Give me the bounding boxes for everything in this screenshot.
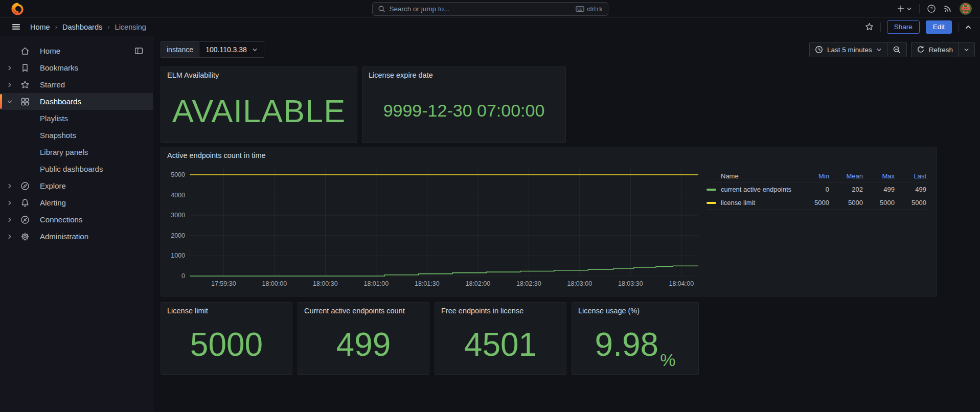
star-icon [20, 80, 30, 90]
legend-col-name[interactable]: Name [706, 172, 801, 180]
x-axis-tick: 18:00:30 [313, 280, 338, 287]
star-dashboard-button[interactable] [864, 22, 874, 32]
sidebar-item-snapshots[interactable]: Snapshots [0, 127, 153, 144]
sidebar-item-administration[interactable]: Administration [0, 228, 153, 245]
legend-value: 5000 [829, 199, 863, 207]
refresh-interval-dropdown[interactable] [958, 42, 974, 57]
chevron-down-icon [964, 47, 969, 53]
edit-button[interactable]: Edit [926, 20, 952, 34]
sidebar-item-dashboards[interactable]: Dashboards [0, 93, 153, 110]
sidebar-item-label: Dashboards [40, 97, 153, 106]
panel-current-active-endpoints: Current active endpoints count 499 [298, 302, 429, 375]
grafana-flame-icon [11, 2, 25, 16]
divider [880, 22, 881, 32]
chevron-right-icon[interactable] [7, 234, 13, 240]
chevron-right-icon[interactable] [7, 200, 13, 206]
time-controls: Last 5 minutes [809, 42, 907, 57]
breadcrumb-home[interactable]: Home [30, 23, 50, 31]
help-button[interactable]: ? [927, 4, 936, 13]
breadcrumb: Home › Dashboards › Licensing [30, 23, 146, 31]
global-search[interactable]: ctrl+k [372, 2, 608, 16]
panel-title[interactable]: License limit [161, 303, 292, 315]
chevron-right-icon[interactable] [7, 217, 13, 223]
panel-title[interactable]: Active endpoints count in time [161, 147, 937, 159]
sidebar-item-playlists[interactable]: Playlists [0, 110, 153, 127]
chevron-down-icon [876, 47, 882, 53]
collapse-toolbar-button[interactable] [965, 24, 972, 31]
dashboard-grid: ELM Availability AVAILABLE License expir… [161, 66, 938, 375]
panel-title[interactable]: Free endpoints in license [435, 303, 566, 315]
y-axis-tick: 5000 [171, 171, 185, 178]
legend-series-toggle[interactable]: current active endpoints [706, 186, 801, 193]
variable-label: instance [161, 41, 199, 58]
menu-toggle-button[interactable] [11, 22, 21, 32]
sidebar-item-label: Explore [40, 181, 153, 190]
series-color-dash [706, 202, 716, 204]
legend-row-license-limit: license limit5000500050005000 [706, 196, 929, 210]
panel-title[interactable]: ELM Availability [161, 67, 357, 79]
panel-active-endpoints-chart: Active endpoints count in time 010002000… [161, 147, 937, 296]
sidebar-item-starred[interactable]: Starred [0, 76, 153, 93]
bell-icon [20, 198, 30, 208]
legend-col[interactable]: Mean [829, 172, 863, 180]
variable-value-dropdown[interactable]: 100.110.3.38 [199, 41, 264, 58]
legend-value: 5000 [801, 199, 829, 207]
panel-title[interactable]: Current active endpoints count [298, 303, 429, 315]
sidebar-item-label: Connections [40, 215, 153, 224]
chevron-right-icon[interactable] [7, 82, 13, 88]
sidebar-item-alerting[interactable]: Alerting [0, 194, 153, 211]
time-range-picker[interactable]: Last 5 minutes [810, 42, 887, 57]
sidebar-item-public-dashboards[interactable]: Public dashboards [0, 161, 153, 177]
sidebar-item-home[interactable]: Home [0, 42, 153, 59]
top-bar: ctrl+k ? [0, 0, 980, 18]
new-button[interactable] [897, 5, 912, 13]
elm-availability-value: AVAILABLE [161, 79, 357, 142]
panel-license-usage: License usage (%) 9.98% [572, 302, 699, 375]
refresh-button[interactable]: Refresh [911, 42, 958, 57]
zoom-out-time-button[interactable] [887, 42, 906, 57]
sidebar-item-bookmarks[interactable]: Bookmarks [0, 59, 153, 76]
news-button[interactable] [943, 4, 952, 13]
sidebar-item-label: Starred [40, 80, 153, 89]
panel-license-expire-date: License expire date 9999-12-30 07:00:00 [362, 66, 566, 143]
legend-value: 499 [895, 186, 926, 193]
chevron-right-icon[interactable] [7, 65, 13, 71]
grafana-logo[interactable] [11, 2, 25, 16]
star-icon [864, 22, 874, 32]
clock-icon [815, 45, 823, 54]
legend-col[interactable]: Min [801, 172, 829, 180]
panel-title[interactable]: License usage (%) [572, 303, 698, 315]
sidebar-item-label: Snapshots [40, 131, 153, 140]
legend-col[interactable]: Max [863, 172, 895, 180]
bookmark-icon [20, 63, 30, 73]
chevron-right-icon[interactable] [7, 183, 13, 189]
nav-bar: Home › Dashboards › Licensing Share Edit [0, 18, 980, 36]
chevron-down-icon[interactable] [7, 99, 13, 105]
sidebar-item-label: Home [40, 47, 134, 55]
sidebar-item-explore[interactable]: Explore [0, 177, 153, 194]
share-button[interactable]: Share [887, 20, 920, 34]
legend-col[interactable]: Last [895, 172, 926, 180]
sidebar-item-label: Alerting [40, 198, 153, 207]
divider [919, 4, 920, 13]
zoom-out-icon [893, 45, 901, 54]
chevron-up-icon [965, 24, 972, 31]
panel-title[interactable]: License expire date [362, 67, 565, 79]
series-color-dash [706, 189, 716, 191]
legend-series-toggle[interactable]: license limit [706, 199, 801, 207]
breadcrumb-dashboards[interactable]: Dashboards [62, 23, 102, 31]
collapse-sidebar-button[interactable] [134, 46, 144, 56]
svg-text:?: ? [930, 6, 932, 11]
x-axis-tick: 18:03:30 [618, 280, 643, 287]
keyboard-icon [576, 5, 584, 13]
breadcrumb-separator: › [55, 23, 57, 31]
panel-elm-availability: ELM Availability AVAILABLE [161, 66, 357, 143]
license-expire-value: 9999-12-30 07:00:00 [362, 79, 565, 142]
y-axis-tick: 4000 [171, 192, 185, 199]
user-avatar[interactable] [960, 3, 972, 15]
search-input[interactable] [390, 5, 572, 13]
chevron-down-icon [252, 47, 258, 53]
legend-value: 499 [863, 186, 895, 193]
sidebar-item-connections[interactable]: Connections [0, 211, 153, 228]
sidebar-item-library-panels[interactable]: Library panels [0, 144, 153, 161]
